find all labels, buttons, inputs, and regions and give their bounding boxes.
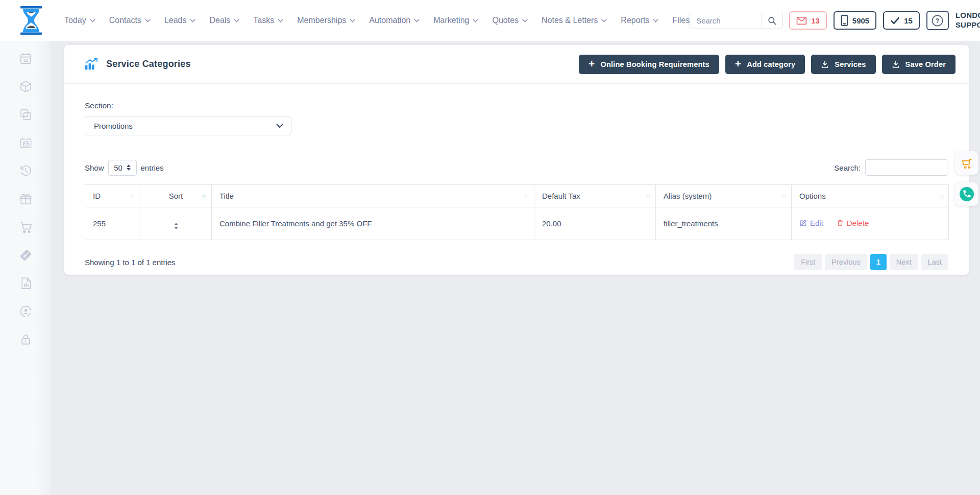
chevron-down-icon	[276, 124, 283, 128]
help-button[interactable]: ?	[926, 11, 949, 30]
search-button[interactable]	[762, 12, 782, 29]
table-search-input[interactable]	[865, 159, 948, 176]
page-length-select[interactable]: 50	[108, 160, 137, 176]
chevron-down-icon	[522, 19, 528, 22]
chevron-down-icon	[278, 19, 283, 22]
delete-link[interactable]: Delete	[837, 219, 869, 227]
nav-item-leads[interactable]: Leads	[164, 16, 196, 25]
save-order-button[interactable]: Save Order	[882, 55, 955, 74]
sidebar-item-pricing[interactable]: $	[18, 248, 33, 262]
pagination-next[interactable]: Next	[890, 254, 918, 270]
card-header: Service Categories + Online Booking Requ…	[64, 45, 969, 84]
service-categories-card: Service Categories + Online Booking Requ…	[64, 45, 969, 275]
calendar-bag-icon	[19, 136, 33, 150]
column-header-alias[interactable]: Alias (system)↑↓	[656, 185, 792, 207]
nav-item-automation[interactable]: Automation	[369, 16, 420, 25]
history-clock-icon	[19, 164, 33, 178]
nav-label: Quotes	[492, 16, 519, 25]
table-footer: Showing 1 to 1 of 1 entries First Previo…	[85, 254, 948, 270]
sidebar-item-reports[interactable]	[18, 276, 33, 290]
column-header-id[interactable]: ID↑↓	[85, 185, 140, 207]
gift-icon	[19, 192, 33, 206]
column-header-options[interactable]: Options↑↓	[792, 185, 949, 207]
svg-text:?: ?	[936, 17, 939, 24]
mail-notifications-badge[interactable]: 13	[789, 11, 827, 30]
button-label: Services	[835, 60, 866, 68]
entries-summary: Showing 1 to 1 of 1 entries	[85, 258, 176, 267]
floating-phone-button[interactable]	[955, 182, 978, 206]
top-bar: Today Contacts Leads Deals Tasks Members…	[0, 0, 980, 41]
column-header-default-tax[interactable]: Default Tax↑↓	[534, 185, 656, 207]
download-icon	[892, 60, 900, 68]
cell-alias: filler_treatments	[656, 207, 792, 240]
section-select[interactable]: Promotions	[85, 116, 291, 135]
floating-cart-button[interactable]	[955, 151, 978, 175]
sidebar-item-online-bookings[interactable]	[18, 135, 33, 150]
chevron-down-icon	[350, 19, 355, 22]
sidebar-item-clients[interactable]	[18, 304, 33, 318]
cell-title: Combine Filler Treatments and get 35% OF…	[212, 207, 534, 240]
nav-item-deals[interactable]: Deals	[209, 16, 239, 25]
section-label: Section:	[85, 101, 948, 110]
sidebar-item-gift-vouchers[interactable]	[18, 192, 33, 206]
user-name: LONDON SUPPORT	[955, 11, 980, 30]
nav-label: Contacts	[109, 16, 141, 25]
pagination-previous[interactable]: Previous	[825, 254, 867, 270]
button-label: Save Order	[905, 60, 946, 68]
nav-item-memberships[interactable]: Memberships	[297, 16, 355, 25]
nav-item-today[interactable]: Today	[64, 16, 95, 25]
sidebar-item-security[interactable]	[18, 332, 33, 346]
sidebar-item-rooms[interactable]	[18, 107, 33, 122]
nav-item-marketing[interactable]: Marketing	[433, 16, 478, 25]
mail-count: 13	[811, 16, 820, 25]
nav-label: Notes & Letters	[542, 16, 598, 25]
edit-link[interactable]: Edit	[799, 219, 823, 227]
column-header-title[interactable]: Title↑↓	[212, 185, 534, 207]
nav-label: Today	[64, 16, 86, 25]
online-booking-requirements-button[interactable]: + Online Booking Requirements	[579, 55, 719, 74]
nav-item-contacts[interactable]: Contacts	[109, 16, 151, 25]
sort-arrows-icon: ↑↓	[130, 193, 135, 199]
shopping-cart-icon	[19, 220, 33, 234]
nav-item-files[interactable]: Files	[672, 16, 690, 25]
sidebar-item-calendar[interactable]: 12	[18, 51, 33, 65]
table-search-label: Search:	[834, 163, 861, 172]
show-label: Show	[85, 163, 104, 172]
pagination-page-1[interactable]: 1	[870, 254, 887, 270]
drag-handle[interactable]	[174, 223, 178, 229]
sidebar-item-cart[interactable]	[18, 220, 33, 234]
sidebar-item-history[interactable]	[18, 163, 33, 178]
nav-item-tasks[interactable]: Tasks	[253, 16, 283, 25]
nav-item-notes-letters[interactable]: Notes & Letters	[542, 16, 607, 25]
global-search-input[interactable]	[690, 12, 762, 29]
sort-arrows-icon: ↑↓	[781, 193, 786, 199]
column-header-sort[interactable]: Sort↑↓	[140, 185, 212, 207]
smartphone-icon	[841, 15, 848, 26]
app-logo-hourglass-icon[interactable]	[16, 5, 46, 36]
analytics-chart-icon	[85, 58, 99, 70]
chevron-down-icon	[653, 19, 658, 22]
card-body: Section: Promotions Show 50 entries Sear…	[64, 84, 969, 270]
price-tag-icon: $	[19, 248, 33, 262]
download-icon	[821, 60, 829, 68]
tasks-done-badge[interactable]: 15	[883, 11, 920, 30]
nav-item-quotes[interactable]: Quotes	[492, 16, 528, 25]
calendar-12-icon: 12	[19, 52, 33, 65]
tasks-count: 15	[904, 16, 913, 25]
cell-options: Edit Delete	[792, 207, 949, 240]
table-search-wrap: Search:	[834, 159, 948, 176]
services-button[interactable]: Services	[811, 55, 875, 74]
pagination-last[interactable]: Last	[921, 254, 948, 270]
plus-icon: +	[735, 58, 741, 69]
sms-credit-badge[interactable]: 5905	[834, 11, 876, 30]
sidebar-item-products[interactable]	[18, 79, 33, 93]
nav-item-reports[interactable]: Reports	[621, 16, 658, 25]
nav-label: Reports	[621, 16, 649, 25]
main-nav: Today Contacts Leads Deals Tasks Members…	[64, 16, 690, 25]
button-label: Online Booking Requirements	[601, 60, 709, 68]
page-title-wrap: Service Categories	[85, 58, 191, 70]
pagination-first[interactable]: First	[794, 254, 822, 270]
trash-icon	[837, 219, 844, 227]
add-category-button[interactable]: + Add category	[725, 55, 805, 74]
chevron-down-icon	[473, 19, 478, 22]
